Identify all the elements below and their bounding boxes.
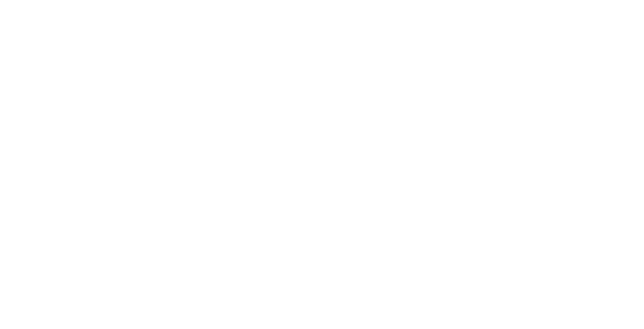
connectors-layer <box>0 0 644 329</box>
flow-diagram <box>0 0 644 329</box>
